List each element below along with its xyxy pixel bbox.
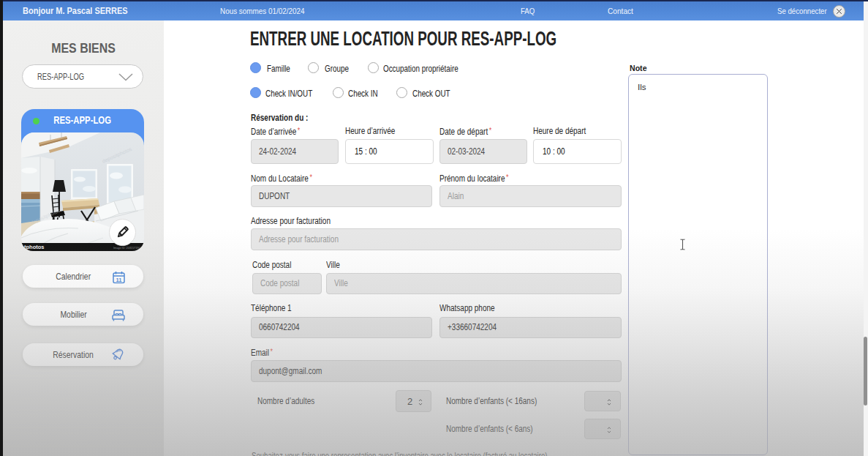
svg-text:Image ID: 203157190: Image ID: 203157190 bbox=[113, 247, 140, 250]
svg-text:11: 11 bbox=[116, 277, 122, 283]
